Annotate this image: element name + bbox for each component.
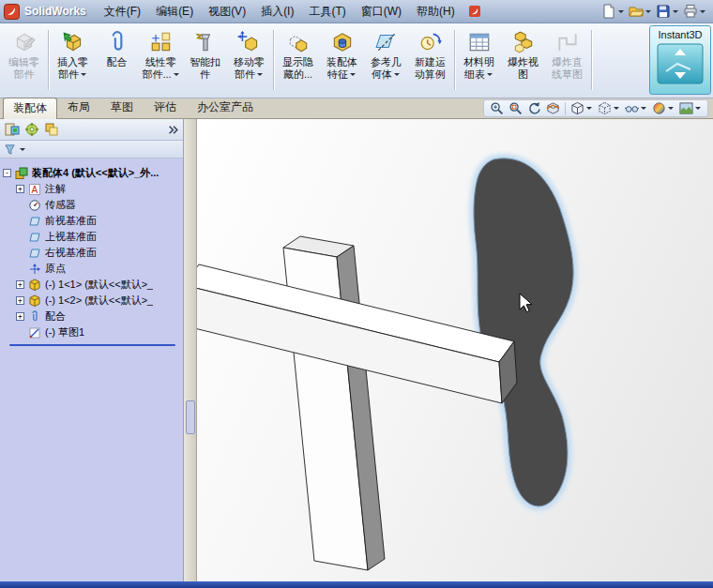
edit-appearance-icon[interactable]	[651, 101, 675, 115]
app-title: SolidWorks	[24, 5, 86, 18]
dropdown-arrow-icon	[394, 73, 400, 79]
expander-icon[interactable]: +	[16, 280, 24, 289]
tab-assembly[interactable]: 装配体	[3, 98, 57, 119]
solidworks-window: SolidWorks 文件(F) 编辑(E) 视图(V) 插入(I) 工具(T)…	[0, 0, 713, 588]
motion-study-icon	[418, 30, 443, 54]
solidworks-logo-icon	[4, 4, 20, 20]
mate-button[interactable]: 配合	[95, 25, 139, 95]
menu-view[interactable]: 视图(V)	[202, 1, 252, 23]
tree-item-sketch1[interactable]: (-) 草图1	[0, 324, 183, 340]
toolbar-separator	[48, 30, 49, 90]
menu-edit[interactable]: 编辑(E)	[149, 1, 200, 23]
tab-layout[interactable]: 布局	[57, 97, 100, 118]
expander-icon[interactable]: +	[16, 312, 24, 321]
tree-item-part-1-1[interactable]: + (-) 1<1> (默认<<默认>_	[0, 277, 183, 293]
menu-tools[interactable]: 工具(T)	[302, 1, 352, 23]
dropdown-arrow-icon	[700, 10, 705, 16]
show-hidden-components-button[interactable]: 显示隐 藏的...	[276, 25, 320, 95]
highlighted-part[interactable]	[474, 158, 573, 506]
exploded-view-icon	[511, 30, 536, 54]
display-style-icon[interactable]	[597, 101, 621, 115]
tab-sketch[interactable]: 草图	[100, 97, 144, 118]
linear-pattern-button[interactable]: 线性零 部件...	[139, 25, 183, 95]
edit-component-icon	[12, 30, 37, 54]
splitter-handle[interactable]	[186, 400, 195, 434]
status-bar	[0, 581, 713, 588]
part-icon	[28, 279, 41, 292]
expander-icon[interactable]: +	[16, 185, 24, 193]
apply-scene-icon[interactable]	[678, 101, 703, 115]
section-view-icon[interactable]	[545, 101, 561, 115]
menu-insert[interactable]: 插入(I)	[254, 1, 300, 23]
tree-item-sensors[interactable]: 传感器	[0, 197, 183, 213]
configurationmanager-icon[interactable]	[44, 122, 59, 137]
save-document-button[interactable]	[655, 2, 680, 21]
move-component-button[interactable]: 移动零 部件	[227, 25, 271, 95]
explode-line-sketch-icon	[555, 30, 580, 54]
new-motion-study-button[interactable]: 新建运 动算例	[408, 25, 452, 95]
toolbar-separator	[273, 30, 274, 90]
instant3d-button[interactable]: Instant3D	[649, 25, 711, 95]
tree-filter-bar[interactable]	[0, 141, 183, 158]
tree-item-mates[interactable]: + 配合	[0, 309, 183, 324]
assembly-icon	[15, 167, 28, 180]
expander-icon[interactable]: +	[16, 296, 24, 305]
tree-item-top-plane[interactable]: 上视基准面	[0, 229, 183, 245]
zoom-fit-icon[interactable]	[489, 101, 505, 115]
print-document-button[interactable]	[682, 2, 707, 21]
new-document-button[interactable]	[600, 2, 626, 21]
propertymanager-icon[interactable]	[24, 122, 39, 137]
menu-help[interactable]: 帮助(H)	[410, 1, 462, 23]
featuremanager-tree-icon[interactable]	[5, 122, 20, 137]
tree-item-assembly-root[interactable]: - 装配体4 (默认<<默认>_外...	[0, 165, 183, 181]
toolbar-separator	[565, 102, 566, 115]
hide-show-items-icon[interactable]	[624, 101, 648, 115]
command-manager: 编辑零 部件 插入零 部件 配合 线性零 部件... 智能扣 件 移动零 部	[0, 23, 713, 98]
dropdown-arrow-icon	[81, 73, 86, 79]
explode-line-sketch-button[interactable]: 爆炸直 线草图	[545, 25, 589, 95]
chevron-double-right-icon[interactable]	[168, 125, 178, 135]
expander-icon[interactable]: -	[3, 169, 11, 177]
commandmanager-tabs: 装配体 布局 草图 评估 办公室产品	[0, 98, 713, 119]
tree-item-annotations[interactable]: + A 注解	[0, 181, 183, 197]
smart-fasteners-button[interactable]: 智能扣 件	[183, 25, 227, 95]
dropdown-arrow-icon	[586, 107, 592, 113]
toolbar-separator	[454, 30, 455, 90]
solidworks-resources-icon[interactable]	[467, 4, 482, 19]
previous-view-icon[interactable]	[526, 101, 542, 115]
menu-window[interactable]: 窗口(W)	[355, 1, 408, 23]
rollback-bar[interactable]	[9, 344, 175, 346]
dropdown-arrow-icon	[257, 73, 263, 79]
sensors-icon	[28, 199, 41, 212]
reference-geometry-icon	[374, 30, 399, 54]
linear-pattern-icon	[149, 30, 174, 54]
view-orientation-icon[interactable]	[569, 101, 594, 115]
graphics-viewport[interactable]	[197, 119, 713, 581]
tab-office-products[interactable]: 办公室产品	[187, 97, 264, 118]
move-component-icon	[237, 30, 262, 54]
assembly-features-button[interactable]: 装配体 特征	[320, 25, 364, 95]
svg-text:A: A	[31, 184, 38, 194]
mates-icon	[28, 310, 41, 324]
assembly-3d-view	[197, 119, 713, 581]
dropdown-arrow-icon	[695, 107, 701, 113]
edit-component-button[interactable]: 编辑零 部件	[2, 25, 46, 95]
open-document-button[interactable]	[628, 2, 653, 21]
reference-geometry-button[interactable]: 参考几 何体	[364, 25, 408, 95]
tree-item-right-plane[interactable]: 右视基准面	[0, 245, 183, 261]
menu-file[interactable]: 文件(F)	[98, 1, 147, 23]
featuremanager-tabs	[0, 119, 183, 141]
zoom-area-icon[interactable]	[508, 101, 523, 115]
vertical-bar-component[interactable]	[283, 236, 385, 570]
panel-splitter[interactable]	[184, 119, 197, 581]
tree-item-origin[interactable]: 原点	[0, 261, 183, 277]
toolbar-separator	[591, 30, 592, 90]
exploded-view-button[interactable]: 爆炸视 图	[501, 25, 545, 95]
tree-item-front-plane[interactable]: 前视基准面	[0, 213, 183, 229]
tab-evaluate[interactable]: 评估	[144, 97, 187, 118]
tree-item-part-1-2[interactable]: + (-) 1<2> (默认<<默认>_	[0, 293, 183, 309]
bill-of-materials-button[interactable]: 材料明 细表	[457, 25, 501, 95]
smart-fasteners-icon	[193, 30, 218, 54]
insert-component-icon	[61, 30, 85, 54]
insert-component-button[interactable]: 插入零 部件	[51, 25, 95, 95]
